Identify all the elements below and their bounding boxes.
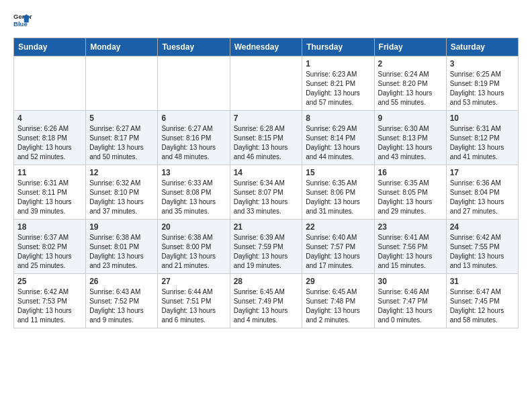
calendar-cell: 18Sunrise: 6:37 AM Sunset: 8:02 PM Dayli…	[14, 220, 86, 274]
day-info: Sunrise: 6:31 AM Sunset: 8:12 PM Dayligh…	[450, 124, 515, 162]
calendar-cell: 10Sunrise: 6:31 AM Sunset: 8:12 PM Dayli…	[446, 111, 518, 165]
calendar-cell: 4Sunrise: 6:26 AM Sunset: 8:18 PM Daylig…	[14, 111, 86, 165]
day-info: Sunrise: 6:42 AM Sunset: 7:53 PM Dayligh…	[17, 287, 82, 325]
calendar-cell: 7Sunrise: 6:28 AM Sunset: 8:15 PM Daylig…	[230, 111, 302, 165]
day-info: Sunrise: 6:35 AM Sunset: 8:05 PM Dayligh…	[378, 179, 443, 216]
calendar-week-row: 4Sunrise: 6:26 AM Sunset: 8:18 PM Daylig…	[14, 111, 519, 165]
calendar-cell	[230, 56, 302, 111]
calendar-cell: 16Sunrise: 6:35 AM Sunset: 8:05 PM Dayli…	[374, 165, 446, 220]
header-row: SundayMondayTuesdayWednesdayThursdayFrid…	[14, 38, 519, 56]
calendar-cell: 3Sunrise: 6:25 AM Sunset: 8:19 PM Daylig…	[446, 56, 518, 111]
day-info: Sunrise: 6:25 AM Sunset: 8:19 PM Dayligh…	[450, 70, 515, 107]
day-info: Sunrise: 6:28 AM Sunset: 8:15 PM Dayligh…	[234, 124, 299, 162]
calendar-week-row: 1Sunrise: 6:23 AM Sunset: 8:21 PM Daylig…	[14, 56, 519, 111]
calendar-cell: 17Sunrise: 6:36 AM Sunset: 8:04 PM Dayli…	[446, 165, 518, 220]
weekday-header: Monday	[86, 38, 158, 56]
day-info: Sunrise: 6:39 AM Sunset: 7:59 PM Dayligh…	[234, 233, 299, 271]
calendar-cell: 13Sunrise: 6:33 AM Sunset: 8:08 PM Dayli…	[158, 165, 230, 220]
calendar-week-row: 11Sunrise: 6:31 AM Sunset: 8:11 PM Dayli…	[14, 165, 519, 220]
day-number: 27	[161, 277, 226, 286]
day-info: Sunrise: 6:24 AM Sunset: 8:20 PM Dayligh…	[378, 70, 443, 107]
header: General Blue	[13, 11, 519, 30]
day-number: 29	[306, 277, 370, 286]
day-number: 4	[17, 113, 82, 123]
day-info: Sunrise: 6:34 AM Sunset: 8:07 PM Dayligh…	[234, 179, 299, 216]
day-info: Sunrise: 6:35 AM Sunset: 8:06 PM Dayligh…	[306, 179, 370, 216]
calendar-cell	[158, 56, 230, 111]
weekday-header: Thursday	[302, 38, 374, 56]
calendar-week-row: 18Sunrise: 6:37 AM Sunset: 8:02 PM Dayli…	[14, 220, 519, 274]
day-number: 28	[234, 277, 299, 286]
day-number: 30	[378, 277, 443, 286]
day-number: 14	[234, 168, 299, 177]
calendar-table: SundayMondayTuesdayWednesdayThursdayFrid…	[13, 38, 519, 328]
weekday-header: Saturday	[446, 38, 518, 56]
calendar-cell: 1Sunrise: 6:23 AM Sunset: 8:21 PM Daylig…	[302, 56, 374, 111]
calendar-cell: 6Sunrise: 6:27 AM Sunset: 8:16 PM Daylig…	[158, 111, 230, 165]
day-info: Sunrise: 6:33 AM Sunset: 8:08 PM Dayligh…	[161, 179, 226, 216]
day-info: Sunrise: 6:30 AM Sunset: 8:13 PM Dayligh…	[378, 124, 443, 162]
day-number: 21	[234, 222, 299, 232]
day-number: 5	[89, 113, 154, 123]
day-number: 15	[306, 168, 370, 177]
calendar-cell: 11Sunrise: 6:31 AM Sunset: 8:11 PM Dayli…	[14, 165, 86, 220]
day-number: 23	[378, 222, 443, 232]
weekday-header: Sunday	[14, 38, 86, 56]
calendar-cell: 30Sunrise: 6:46 AM Sunset: 7:47 PM Dayli…	[374, 274, 446, 328]
calendar-cell: 22Sunrise: 6:40 AM Sunset: 7:57 PM Dayli…	[302, 220, 374, 274]
day-number: 3	[450, 59, 515, 68]
day-number: 26	[89, 277, 154, 286]
day-number: 6	[161, 113, 226, 123]
day-number: 19	[89, 222, 154, 232]
day-number: 9	[378, 113, 443, 123]
calendar-cell: 31Sunrise: 6:47 AM Sunset: 7:45 PM Dayli…	[446, 274, 518, 328]
day-info: Sunrise: 6:27 AM Sunset: 8:16 PM Dayligh…	[161, 124, 226, 162]
calendar-cell: 25Sunrise: 6:42 AM Sunset: 7:53 PM Dayli…	[14, 274, 86, 328]
day-number: 31	[450, 277, 515, 286]
calendar-cell: 23Sunrise: 6:41 AM Sunset: 7:56 PM Dayli…	[374, 220, 446, 274]
weekday-header: Friday	[374, 38, 446, 56]
calendar-cell: 20Sunrise: 6:38 AM Sunset: 8:00 PM Dayli…	[158, 220, 230, 274]
day-info: Sunrise: 6:38 AM Sunset: 8:00 PM Dayligh…	[161, 233, 226, 271]
day-info: Sunrise: 6:45 AM Sunset: 7:48 PM Dayligh…	[306, 287, 370, 325]
day-number: 20	[161, 222, 226, 232]
calendar-week-row: 25Sunrise: 6:42 AM Sunset: 7:53 PM Dayli…	[14, 274, 519, 328]
day-info: Sunrise: 6:47 AM Sunset: 7:45 PM Dayligh…	[450, 287, 515, 325]
weekday-header: Tuesday	[158, 38, 230, 56]
calendar-cell: 24Sunrise: 6:42 AM Sunset: 7:55 PM Dayli…	[446, 220, 518, 274]
day-number: 1	[306, 59, 370, 68]
day-number: 22	[306, 222, 370, 232]
calendar-cell: 15Sunrise: 6:35 AM Sunset: 8:06 PM Dayli…	[302, 165, 374, 220]
day-info: Sunrise: 6:37 AM Sunset: 8:02 PM Dayligh…	[17, 233, 82, 271]
calendar-cell: 27Sunrise: 6:44 AM Sunset: 7:51 PM Dayli…	[158, 274, 230, 328]
day-info: Sunrise: 6:23 AM Sunset: 8:21 PM Dayligh…	[306, 70, 370, 107]
day-number: 2	[378, 59, 443, 68]
day-number: 25	[17, 277, 82, 286]
day-number: 12	[89, 168, 154, 177]
calendar-cell: 26Sunrise: 6:43 AM Sunset: 7:52 PM Dayli…	[86, 274, 158, 328]
calendar-cell: 5Sunrise: 6:27 AM Sunset: 8:17 PM Daylig…	[86, 111, 158, 165]
day-number: 10	[450, 113, 515, 123]
logo-icon: General Blue	[13, 11, 32, 30]
weekday-header: Wednesday	[230, 38, 302, 56]
calendar-cell: 21Sunrise: 6:39 AM Sunset: 7:59 PM Dayli…	[230, 220, 302, 274]
day-info: Sunrise: 6:31 AM Sunset: 8:11 PM Dayligh…	[17, 179, 82, 216]
calendar-cell: 19Sunrise: 6:38 AM Sunset: 8:01 PM Dayli…	[86, 220, 158, 274]
day-number: 8	[306, 113, 370, 123]
calendar-cell: 9Sunrise: 6:30 AM Sunset: 8:13 PM Daylig…	[374, 111, 446, 165]
day-number: 18	[17, 222, 82, 232]
day-info: Sunrise: 6:40 AM Sunset: 7:57 PM Dayligh…	[306, 233, 370, 271]
day-info: Sunrise: 6:46 AM Sunset: 7:47 PM Dayligh…	[378, 287, 443, 325]
day-number: 16	[378, 168, 443, 177]
day-number: 24	[450, 222, 515, 232]
calendar-cell	[14, 56, 86, 111]
day-info: Sunrise: 6:45 AM Sunset: 7:49 PM Dayligh…	[234, 287, 299, 325]
day-info: Sunrise: 6:44 AM Sunset: 7:51 PM Dayligh…	[161, 287, 226, 325]
day-info: Sunrise: 6:43 AM Sunset: 7:52 PM Dayligh…	[89, 287, 154, 325]
day-info: Sunrise: 6:29 AM Sunset: 8:14 PM Dayligh…	[306, 124, 370, 162]
calendar-cell: 2Sunrise: 6:24 AM Sunset: 8:20 PM Daylig…	[374, 56, 446, 111]
calendar-cell: 14Sunrise: 6:34 AM Sunset: 8:07 PM Dayli…	[230, 165, 302, 220]
calendar-cell: 28Sunrise: 6:45 AM Sunset: 7:49 PM Dayli…	[230, 274, 302, 328]
day-info: Sunrise: 6:32 AM Sunset: 8:10 PM Dayligh…	[89, 179, 154, 216]
day-number: 13	[161, 168, 226, 177]
